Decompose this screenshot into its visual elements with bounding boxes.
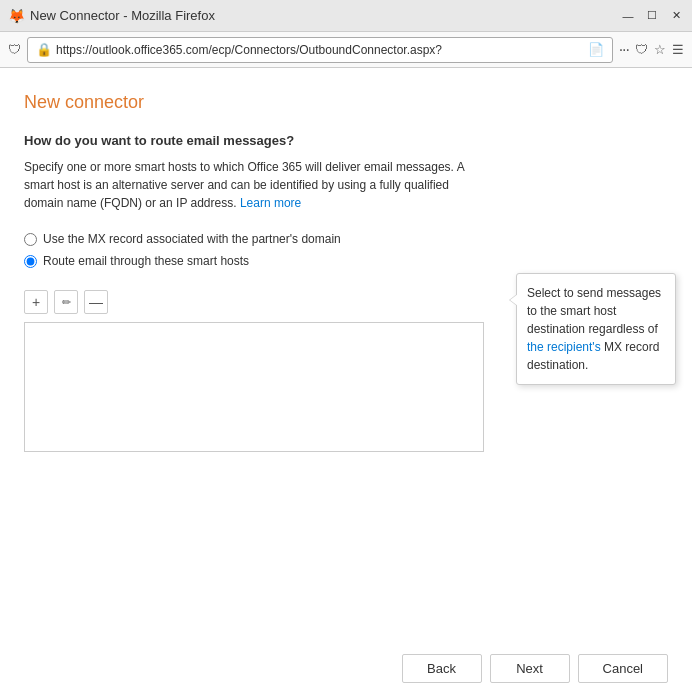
bookmark-icon[interactable]: ☆ [654, 42, 666, 57]
address-bar[interactable]: 🔒 https://outlook.office365.com/ecp/Conn… [27, 37, 613, 63]
close-button[interactable]: ✕ [668, 8, 684, 24]
radio-mx-label: Use the MX record associated with the pa… [43, 232, 341, 246]
tooltip-link: the recipient's [527, 340, 601, 354]
routing-radio-group: Use the MX record associated with the pa… [24, 232, 668, 276]
shield-icon: 🛡 [8, 42, 21, 57]
browser-titlebar: 🦊 New Connector - Mozilla Firefox — ☐ ✕ [0, 0, 692, 32]
radio-item-smart[interactable]: Route email through these smart hosts [24, 254, 668, 268]
minimize-button[interactable]: — [620, 8, 636, 24]
reader-icon: 📄 [588, 42, 604, 57]
url-text: https://outlook.office365.com/ecp/Connec… [56, 43, 584, 57]
shield-icon-2[interactable]: 🛡 [635, 42, 648, 57]
page-content: New connector How do you want to route e… [0, 68, 692, 699]
browser-favicon-icon: 🦊 [8, 8, 24, 24]
add-button[interactable]: + [24, 290, 48, 314]
more-options-icon[interactable]: ··· [619, 41, 629, 59]
next-button[interactable]: Next [490, 654, 570, 683]
cancel-button[interactable]: Cancel [578, 654, 668, 683]
description-text: Specify one or more smart hosts to which… [24, 158, 484, 212]
maximize-button[interactable]: ☐ [644, 8, 660, 24]
radio-smart-label: Route email through these smart hosts [43, 254, 249, 268]
smart-hosts-list[interactable] [24, 322, 484, 452]
back-button[interactable]: Back [402, 654, 482, 683]
learn-more-link[interactable]: Learn more [240, 196, 301, 210]
lock-icon: 🔒 [36, 42, 52, 57]
edit-button[interactable]: ✏ [54, 290, 78, 314]
footer-buttons: Back Next Cancel [402, 654, 668, 683]
browser-title: New Connector - Mozilla Firefox [30, 8, 620, 23]
question-heading: How do you want to route email messages? [24, 133, 668, 148]
delete-button[interactable]: — [84, 290, 108, 314]
tooltip-box: Select to send messages to the smart hos… [516, 273, 676, 385]
menu-icon[interactable]: ☰ [672, 42, 684, 57]
browser-toolbar: 🛡 🔒 https://outlook.office365.com/ecp/Co… [0, 32, 692, 68]
radio-item-mx[interactable]: Use the MX record associated with the pa… [24, 232, 668, 246]
browser-window-controls: — ☐ ✕ [620, 8, 684, 24]
radio-mx[interactable] [24, 233, 37, 246]
radio-smart[interactable] [24, 255, 37, 268]
page-title: New connector [24, 92, 668, 113]
